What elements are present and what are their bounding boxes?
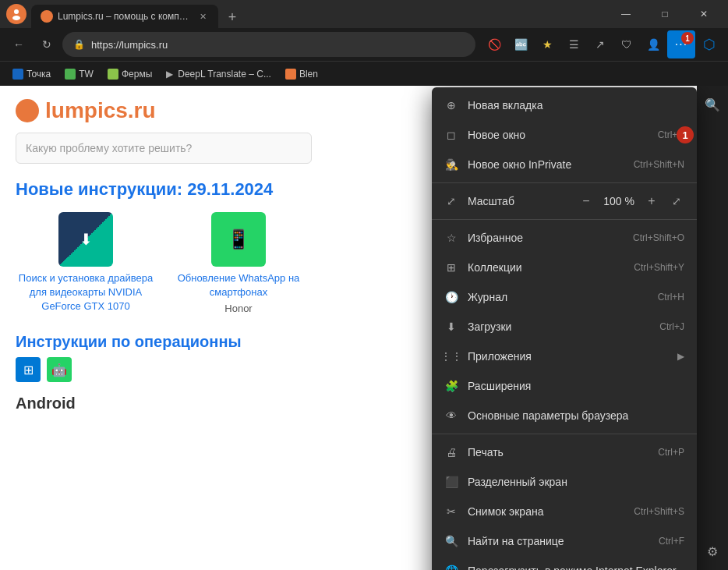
apps-menu-arrow: ▶	[677, 351, 684, 362]
extensions-menu-icon: 🧩	[444, 379, 458, 393]
ie-menu-icon: 🌐	[444, 564, 458, 570]
new-window-menu-icon: ◻	[444, 128, 458, 142]
screenshot-menu-icon: ✂	[444, 505, 458, 519]
bookmark-label-tw: TW	[79, 69, 94, 80]
menu-item-find[interactable]: 🔍 Найти на странице Ctrl+F	[432, 526, 697, 556]
bookmark-tochka[interactable]: Точка	[6, 65, 57, 83]
menu-label-extensions: Расширения	[468, 380, 684, 392]
new-tab-button[interactable]: +	[221, 6, 243, 28]
tab-title: Lumpics.ru – помощь с компью...	[58, 11, 192, 22]
bookmark-fermy[interactable]: Фермы	[101, 65, 158, 83]
bookmark-label-deepl: DeepL Translate – C...	[178, 69, 271, 80]
menu-label-new-window: Новое окно	[468, 129, 648, 141]
bookmark-blen[interactable]: Blen	[279, 65, 324, 83]
menu-label-apps: Приложения	[468, 350, 668, 363]
bookmark-favicon-tw	[65, 69, 76, 80]
menu-label-ie: Перезагрузить в режиме Internet Explorer	[468, 565, 684, 570]
menu-label-zoom: Масштаб	[468, 195, 566, 207]
share-icon[interactable]: ↗	[588, 32, 613, 57]
menu-label-inprivate: Новое окно InPrivate	[468, 158, 624, 171]
menu-item-extensions[interactable]: 🧩 Расширения	[432, 371, 697, 401]
browser-frame: Lumpics.ru – помощь с компью... ✕ + — □ …	[0, 0, 728, 570]
collections-menu-icon: ⊞	[444, 260, 458, 274]
menu-divider-3	[432, 434, 697, 434]
minimize-button[interactable]: —	[608, 0, 644, 28]
close-button[interactable]: ✕	[686, 0, 722, 28]
zoom-control: − 100 % + ⤢	[575, 190, 684, 212]
menu-item-split[interactable]: ⬛ Разделенный экран	[432, 467, 697, 497]
menu-item-ie[interactable]: 🌐 Перезагрузить в режиме Internet Explor…	[432, 556, 697, 570]
menu-label-print: Печать	[468, 446, 648, 458]
tab-close-button[interactable]: ✕	[196, 10, 209, 23]
browser-essentials-icon[interactable]: 🛡	[614, 32, 639, 57]
menu-item-new-window[interactable]: ◻ Новое окно Ctrl+N	[432, 120, 697, 150]
downloads-menu-icon: ⬇	[444, 320, 458, 334]
profile-icon[interactable]	[6, 4, 27, 24]
title-bar: Lumpics.ru – помощь с компью... ✕ + — □ …	[0, 0, 728, 28]
menu-item-downloads[interactable]: ⬇ Загрузки Ctrl+J	[432, 312, 697, 342]
zoom-out-button[interactable]: −	[575, 190, 597, 212]
maximize-button[interactable]: □	[647, 0, 683, 28]
menu-label-downloads: Загрузки	[468, 320, 650, 333]
menu-item-history[interactable]: 🕐 Журнал Ctrl+H	[432, 282, 697, 312]
read-aloud-icon[interactable]: 🔤	[508, 32, 533, 57]
svg-point-1	[12, 16, 20, 20]
inprivate-menu-icon: 🕵	[444, 158, 458, 172]
menu-shortcut-screenshot: Ctrl+Shift+S	[634, 506, 684, 517]
svg-point-0	[14, 9, 19, 14]
dropdown-menu: ⊕ Новая вкладка ◻ Новое окно Ctrl+N 🕵 Но…	[432, 87, 697, 570]
menu-badge: 1	[681, 32, 694, 44]
zoom-expand-button[interactable]: ⤢	[669, 193, 684, 209]
history-menu-icon: 🕐	[444, 290, 458, 304]
refresh-button[interactable]: ↻	[34, 32, 59, 57]
collections-icon[interactable]: ☰	[561, 32, 586, 57]
menu-divider-2	[432, 219, 697, 220]
back-button[interactable]: ←	[6, 32, 31, 57]
zoom-in-button[interactable]: +	[641, 190, 663, 212]
menu-shortcut-downloads: Ctrl+J	[659, 321, 684, 332]
menu-label-new-tab: Новая вкладка	[468, 99, 684, 112]
menu-label-history: Журнал	[468, 291, 648, 303]
menu-shortcut-print: Ctrl+P	[658, 447, 684, 458]
bookmark-favicon-tochka	[12, 69, 23, 80]
menu-shortcut-favorites: Ctrl+Shift+O	[633, 232, 684, 243]
address-bar: ← ↻ 🔒 https://lumpics.ru 🚫 🔤 ★ ☰ ↗ 🛡 👤 ·…	[0, 28, 728, 61]
menu-label-favorites: Избранное	[468, 232, 624, 244]
new-tab-menu-icon: ⊕	[444, 98, 458, 112]
active-tab[interactable]: Lumpics.ru – помощь с компью... ✕	[31, 5, 218, 28]
menu-item-print[interactable]: 🖨 Печать Ctrl+P	[432, 437, 697, 467]
bookmark-label-blen: Blen	[299, 69, 318, 80]
menu-item-new-tab[interactable]: ⊕ Новая вкладка	[432, 90, 697, 120]
menu-item-zoom: ⤢ Масштаб − 100 % + ⤢	[432, 186, 697, 216]
menu-label-screenshot: Снимок экрана	[468, 505, 624, 518]
bookmark-arrow-deepl: ▶	[166, 69, 173, 80]
bing-chat-icon[interactable]: ⬡	[697, 32, 722, 57]
menu-item-collections[interactable]: ⊞ Коллекции Ctrl+Shift+Y	[432, 253, 697, 282]
find-menu-icon: 🔍	[444, 534, 458, 548]
url-text: https://lumpics.ru	[91, 39, 168, 51]
menu-item-inprivate[interactable]: 🕵 Новое окно InPrivate Ctrl+Shift+N	[432, 150, 697, 179]
menu-label-basic-settings: Основные параметры браузера	[468, 409, 684, 422]
menu-item-apps[interactable]: ⋮⋮ Приложения ▶	[432, 342, 697, 371]
menu-item-basic-settings[interactable]: 👁 Основные параметры браузера	[432, 401, 697, 430]
favorites-icon[interactable]: ★	[535, 32, 560, 57]
address-input[interactable]: 🔒 https://lumpics.ru	[62, 32, 475, 57]
favorites-menu-icon: ☆	[444, 231, 458, 245]
main-content: lumpics.ru Какую проблему хотите решить?…	[0, 86, 728, 570]
dropdown-overlay: ⊕ Новая вкладка ◻ Новое окно Ctrl+N 🕵 Но…	[0, 86, 728, 570]
bookmark-tw[interactable]: TW	[58, 65, 100, 83]
bookmark-label-fermy: Фермы	[122, 69, 152, 80]
profile-icon-toolbar[interactable]: 👤	[641, 32, 666, 57]
zoom-menu-icon: ⤢	[444, 194, 458, 208]
tabs-area: Lumpics.ru – помощь с компью... ✕ +	[31, 0, 603, 28]
toolbar-icons: 🚫 🔤 ★ ☰ ↗ 🛡 👤 ··· 1 ⬡	[482, 30, 722, 58]
menu-shortcut-history: Ctrl+H	[658, 292, 684, 303]
bookmark-deepl[interactable]: ▶ DeepL Translate – C...	[160, 65, 277, 83]
menu-item-screenshot[interactable]: ✂ Снимок экрана Ctrl+Shift+S	[432, 497, 697, 526]
menu-item-favorites[interactable]: ☆ Избранное Ctrl+Shift+O	[432, 223, 697, 253]
no-tracking-icon[interactable]: 🚫	[482, 32, 507, 57]
menu-label-split: Разделенный экран	[468, 476, 684, 488]
more-options-button[interactable]: ··· 1	[667, 30, 695, 58]
tab-favicon	[41, 10, 53, 23]
bookmark-favicon-fermy	[108, 69, 118, 80]
